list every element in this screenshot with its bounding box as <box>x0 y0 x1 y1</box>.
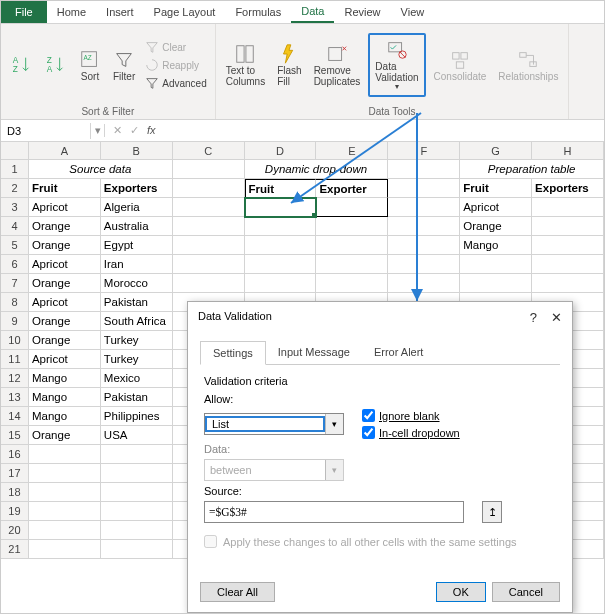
cell[interactable]: Mango <box>29 407 101 426</box>
cell[interactable] <box>173 274 245 293</box>
cell[interactable] <box>101 521 173 540</box>
formula-input[interactable] <box>164 129 604 133</box>
tab-page-layout[interactable]: Page Layout <box>144 1 226 23</box>
col-header[interactable]: A <box>29 142 101 160</box>
cell[interactable]: Mango <box>460 236 532 255</box>
clear-filter-button[interactable]: Clear <box>143 39 208 55</box>
row-header[interactable]: 18 <box>1 483 29 502</box>
cell[interactable]: Orange <box>29 331 101 350</box>
cell[interactable]: Exporter <box>316 179 388 198</box>
advanced-button[interactable]: Advanced <box>143 75 208 91</box>
cell[interactable]: Apricot <box>29 350 101 369</box>
cell[interactable] <box>460 274 532 293</box>
cell[interactable] <box>29 464 101 483</box>
cell[interactable] <box>245 236 317 255</box>
row-header[interactable]: 19 <box>1 502 29 521</box>
col-header[interactable]: E <box>316 142 388 160</box>
filter-button[interactable]: Filter <box>109 46 139 85</box>
allow-dropdown[interactable]: List ▾ <box>204 413 344 435</box>
cell[interactable]: Fruit <box>29 179 101 198</box>
source-input[interactable] <box>204 501 464 523</box>
cell[interactable]: Apricot <box>460 198 532 217</box>
row-header[interactable]: 17 <box>1 464 29 483</box>
cell[interactable] <box>388 236 460 255</box>
row-header[interactable]: 5 <box>1 236 29 255</box>
cell[interactable]: Orange <box>29 236 101 255</box>
cell[interactable] <box>532 236 604 255</box>
cell[interactable] <box>460 255 532 274</box>
consolidate-button[interactable]: Consolidate <box>430 46 491 85</box>
row-header[interactable]: 11 <box>1 350 29 369</box>
col-header[interactable]: F <box>388 142 460 160</box>
remove-duplicates-button[interactable]: Remove Duplicates <box>310 40 365 90</box>
ok-button[interactable]: OK <box>436 582 486 602</box>
cell[interactable] <box>388 179 460 198</box>
cell[interactable]: Apricot <box>29 198 101 217</box>
row-header[interactable]: 1 <box>1 160 29 179</box>
row-header[interactable]: 13 <box>1 388 29 407</box>
name-box[interactable]: D3 <box>1 123 91 139</box>
cell[interactable]: Preparation table <box>460 160 604 179</box>
cell[interactable] <box>101 445 173 464</box>
cell[interactable] <box>29 445 101 464</box>
cell[interactable]: Dynamic drop-down <box>245 160 389 179</box>
row-header[interactable]: 3 <box>1 198 29 217</box>
dialog-tab-input-message[interactable]: Input Message <box>266 341 362 364</box>
tab-file[interactable]: File <box>1 1 47 23</box>
row-header[interactable]: 6 <box>1 255 29 274</box>
row-header[interactable]: 12 <box>1 369 29 388</box>
row-header[interactable]: 21 <box>1 540 29 559</box>
cell[interactable] <box>316 217 388 236</box>
row-header[interactable]: 20 <box>1 521 29 540</box>
cell[interactable]: Iran <box>101 255 173 274</box>
tab-view[interactable]: View <box>391 1 435 23</box>
row-header[interactable]: 16 <box>1 445 29 464</box>
cell[interactable]: Mexico <box>101 369 173 388</box>
cell[interactable] <box>29 502 101 521</box>
cell[interactable] <box>532 217 604 236</box>
dialog-tab-settings[interactable]: Settings <box>200 341 266 365</box>
clear-all-button[interactable]: Clear All <box>200 582 275 602</box>
cell[interactable] <box>532 255 604 274</box>
cell[interactable] <box>316 236 388 255</box>
cell[interactable]: Mango <box>29 369 101 388</box>
cell[interactable]: Mango <box>29 388 101 407</box>
cell[interactable]: Turkey <box>101 331 173 350</box>
sort-desc-button[interactable]: ZA <box>41 51 71 79</box>
cell[interactable] <box>388 160 460 179</box>
cell[interactable]: Orange <box>29 274 101 293</box>
cell[interactable]: Fruit <box>460 179 532 198</box>
row-header[interactable]: 15 <box>1 426 29 445</box>
cell[interactable] <box>388 217 460 236</box>
row-header[interactable]: 8 <box>1 293 29 312</box>
cancel-formula-icon[interactable]: ✕ <box>113 124 122 137</box>
cell[interactable] <box>29 521 101 540</box>
text-to-columns-button[interactable]: Text to Columns <box>222 40 269 90</box>
dialog-tab-error-alert[interactable]: Error Alert <box>362 341 436 364</box>
cell[interactable] <box>316 274 388 293</box>
tab-home[interactable]: Home <box>47 1 96 23</box>
cancel-button[interactable]: Cancel <box>492 582 560 602</box>
row-header[interactable]: 4 <box>1 217 29 236</box>
cell[interactable] <box>173 198 245 217</box>
cell[interactable] <box>101 483 173 502</box>
cell[interactable]: Fruit <box>245 179 317 198</box>
fx-icon[interactable]: fx <box>147 124 156 137</box>
cell[interactable] <box>245 255 317 274</box>
row-header[interactable]: 14 <box>1 407 29 426</box>
reapply-button[interactable]: Reapply <box>143 57 208 73</box>
cell[interactable]: Source data <box>29 160 173 179</box>
cell[interactable]: Pakistan <box>101 388 173 407</box>
cell[interactable]: Orange <box>29 312 101 331</box>
cell[interactable]: Orange <box>29 217 101 236</box>
collapse-dialog-icon[interactable]: ↥ <box>482 501 502 523</box>
cell[interactable] <box>388 198 460 217</box>
cell[interactable]: Philippines <box>101 407 173 426</box>
name-box-dropdown[interactable]: ▾ <box>91 124 105 137</box>
relationships-button[interactable]: Relationships <box>494 46 562 85</box>
cell[interactable] <box>245 217 317 236</box>
cell[interactable] <box>29 483 101 502</box>
cell[interactable]: Egypt <box>101 236 173 255</box>
cell[interactable] <box>388 274 460 293</box>
help-icon[interactable]: ? <box>530 310 537 325</box>
